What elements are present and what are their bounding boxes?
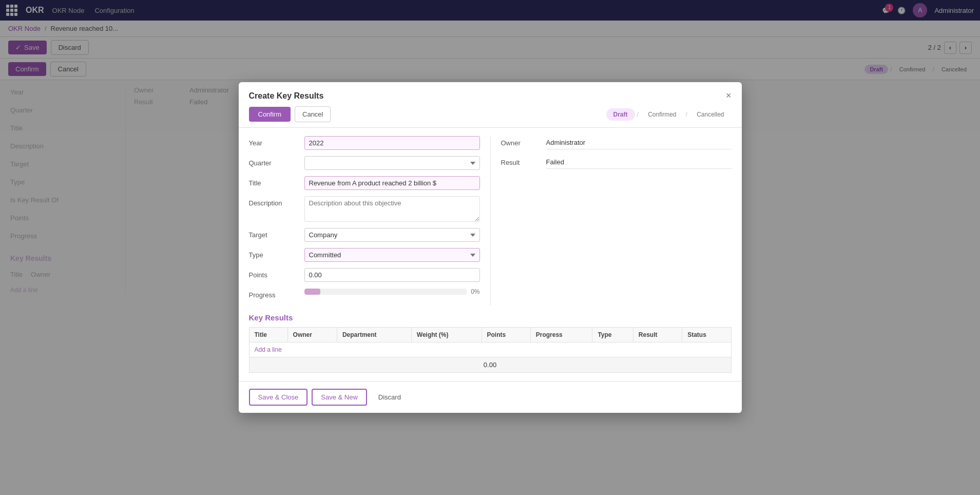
modal: Create Key Results × Confirm Cancel Draf… xyxy=(239,82,742,413)
kr-total-cell: 0.00 xyxy=(249,357,731,373)
description-row: Description xyxy=(249,196,480,222)
result-value: Failed xyxy=(546,156,732,169)
type-select[interactable]: Committed Aspirational xyxy=(304,248,480,262)
modal-status-sep1: / xyxy=(637,110,639,118)
points-row: Points xyxy=(249,268,480,282)
modal-tab-confirmed[interactable]: Confirmed xyxy=(641,108,683,121)
progress-row: Progress 0% xyxy=(249,288,480,299)
modal-title: Create Key Results xyxy=(249,91,324,101)
progress-pct: 0% xyxy=(471,288,479,295)
owner-value: Administrator xyxy=(546,136,732,149)
modal-status-tabs: Draft / Confirmed / Cancelled xyxy=(606,108,732,121)
kr-add-line-link[interactable]: Add a line xyxy=(255,346,282,353)
result-row: Result Failed xyxy=(501,156,732,169)
points-label: Points xyxy=(249,268,300,279)
progress-bar-wrap: 0% xyxy=(304,288,480,295)
description-label: Description xyxy=(249,196,300,207)
kr-col-department: Department xyxy=(337,328,411,342)
save-new-button[interactable]: Save & New xyxy=(312,389,367,406)
modal-close-button[interactable]: × xyxy=(726,90,732,101)
modal-overlay: Create Key Results × Confirm Cancel Draf… xyxy=(0,0,980,495)
modal-confirm-button[interactable]: Confirm xyxy=(249,107,291,122)
kr-col-progress: Progress xyxy=(530,328,592,342)
modal-form-right: Owner Administrator Result Failed xyxy=(490,136,732,305)
kr-table: Title Owner Department Weight (%) Points… xyxy=(249,327,732,373)
progress-bar-fill xyxy=(304,289,321,295)
owner-row: Owner Administrator xyxy=(501,136,732,149)
kr-table-header: Title Owner Department Weight (%) Points… xyxy=(249,328,731,342)
description-textarea[interactable] xyxy=(304,196,480,222)
target-label: Target xyxy=(249,228,300,239)
kr-col-owner: Owner xyxy=(287,328,337,342)
kr-col-title: Title xyxy=(249,328,287,342)
quarter-label: Quarter xyxy=(249,156,300,167)
kr-col-type: Type xyxy=(592,328,633,342)
kr-total-row: 0.00 xyxy=(249,357,731,373)
kr-add-line-cell: Add a line xyxy=(249,342,731,357)
kr-col-weight: Weight (%) xyxy=(411,328,482,342)
result-label: Result xyxy=(501,156,542,169)
kr-section-title: Key Results xyxy=(249,313,732,322)
title-input[interactable] xyxy=(304,176,480,190)
modal-footer: Save & Close Save & New Discard xyxy=(239,381,742,413)
progress-label: Progress xyxy=(249,288,300,299)
quarter-select[interactable]: Q1Q2Q3Q4 xyxy=(304,156,480,170)
modal-form-grid: Year Quarter Q1Q2Q3Q4 Title xyxy=(249,136,732,305)
target-select[interactable]: Company Department Individual xyxy=(304,228,480,242)
progress-bar-bg xyxy=(304,289,467,295)
kr-total-value: 0.00 xyxy=(484,361,496,369)
modal-header: Create Key Results × xyxy=(239,82,742,101)
kr-col-result: Result xyxy=(633,328,682,342)
modal-status-sep2: / xyxy=(686,110,688,118)
quarter-row: Quarter Q1Q2Q3Q4 xyxy=(249,156,480,170)
year-input[interactable] xyxy=(304,136,480,150)
points-input[interactable] xyxy=(304,268,480,282)
modal-toolbar: Confirm Cancel Draft / Confirmed / Cance… xyxy=(239,101,742,128)
modal-tab-draft[interactable]: Draft xyxy=(606,108,635,121)
kr-col-status: Status xyxy=(682,328,731,342)
type-label: Type xyxy=(249,248,300,259)
modal-tab-cancelled[interactable]: Cancelled xyxy=(689,108,731,121)
kr-col-points: Points xyxy=(482,328,530,342)
year-label: Year xyxy=(249,136,300,147)
year-row: Year xyxy=(249,136,480,150)
modal-body: Year Quarter Q1Q2Q3Q4 Title xyxy=(239,128,742,381)
kr-add-line-row: Add a line xyxy=(249,342,731,357)
title-row: Title xyxy=(249,176,480,190)
modal-form-left: Year Quarter Q1Q2Q3Q4 Title xyxy=(249,136,490,305)
discard-modal-button[interactable]: Discard xyxy=(371,390,408,405)
title-label: Title xyxy=(249,176,300,187)
type-row: Type Committed Aspirational xyxy=(249,248,480,262)
save-close-button[interactable]: Save & Close xyxy=(249,389,308,406)
owner-label: Owner xyxy=(501,136,542,149)
modal-cancel-button[interactable]: Cancel xyxy=(295,106,331,122)
target-row: Target Company Department Individual xyxy=(249,228,480,242)
